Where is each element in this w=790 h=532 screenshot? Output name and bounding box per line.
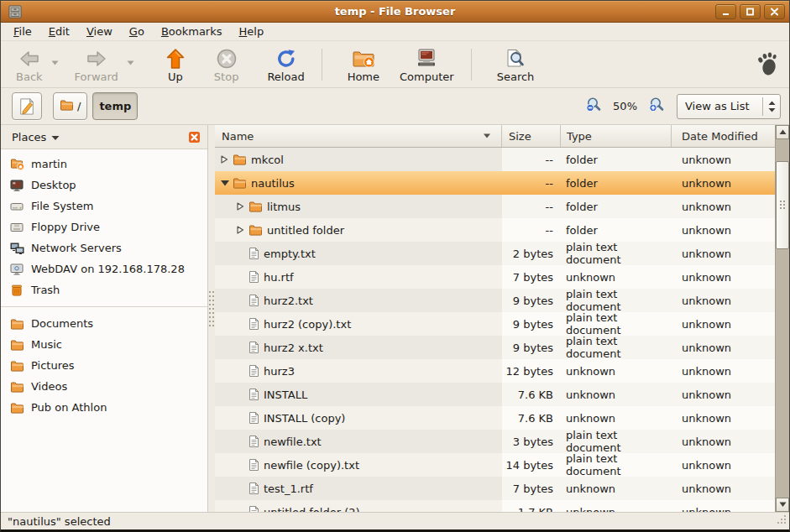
close-button[interactable] [764,4,785,19]
file-row-untitled-folder[interactable]: untitled folder--folderunknown [215,218,775,242]
back-dropdown-button[interactable] [50,44,61,81]
sidebar-close-button[interactable] [188,131,201,143]
file-size: 1.7 KB [502,500,561,512]
file-type: plain text document [561,430,672,453]
splitter-grip-icon [209,291,214,332]
toolbar-separator [471,49,472,81]
file-icon [249,505,259,512]
file-size: -- [502,218,561,242]
menu-view[interactable]: View [78,23,121,39]
expander-collapsed-icon[interactable] [220,154,231,164]
file-row-hu-rtf[interactable]: hu.rtf7 bytesunknownunknown [215,265,775,289]
file-row-newfile-txt[interactable]: newfile.txt3 bytesplain text documentunk… [215,430,775,453]
places-dropdown-arrow-icon[interactable] [51,131,60,143]
file-name: hurz3 [264,365,295,378]
toggle-location-entry-button[interactable] [12,92,42,120]
file-row-hurz2-x-txt[interactable]: hurz2 x.txt9 bytesplain text documentunk… [215,336,775,359]
file-row-install-copy[interactable]: INSTALL (copy)7.6 KBunknownunknown [215,406,775,430]
menu-help[interactable]: Help [231,23,273,39]
sidebar-item-network-servers[interactable]: Network Servers [1,237,207,258]
column-header-name[interactable]: Name [215,125,502,147]
up-icon [165,47,186,70]
file-size: 7 bytes [502,265,561,289]
file-row-mkcol[interactable]: mkcol--folderunknown [215,148,775,171]
view-as-select[interactable]: View as List [677,94,781,119]
column-header-label: Name [222,130,254,143]
zoom-out-button[interactable] [585,96,602,116]
zoom-in-button[interactable] [648,96,665,116]
file-row-hurz2-txt[interactable]: hurz2.txt9 bytesplain text documentunkno… [215,289,775,312]
sidebar-item-desktop[interactable]: Desktop [1,175,207,196]
file-row-test-1-rtf[interactable]: test_1.rtf7 bytesunknownunknown [215,477,775,500]
file-row-newfile-copy-txt[interactable]: newfile (copy).txt14 bytesplain text doc… [215,453,775,477]
trash-icon [9,284,24,296]
path-button-temp[interactable]: temp [92,92,138,120]
pane-splitter[interactable] [208,125,215,512]
back-button[interactable]: Back [9,44,50,84]
file-row-nautilus[interactable]: nautilus--folderunknown [215,171,775,195]
home-button[interactable]: Home [341,44,386,84]
sidebar-item-pictures[interactable]: Pictures [1,355,207,376]
sidebar-item-floppy-drive[interactable]: Floppy Drive [1,216,207,237]
vertical-scrollbar[interactable] [775,125,789,512]
menu-edit[interactable]: Edit [40,23,78,39]
stop-label: Stop [214,70,239,83]
sidebar-item-trash[interactable]: Trash [1,279,207,300]
column-header-date-modified[interactable]: Date Modified [672,125,775,147]
scroll-down-button[interactable] [776,498,789,512]
scrollbar-thumb[interactable] [776,161,789,249]
places-dropdown[interactable]: Places [12,131,46,143]
file-name: untitled folder (2) [264,506,360,513]
file-size: 2 bytes [502,242,561,265]
reload-button[interactable]: Reload [260,44,311,84]
sidebar-item-pub-on-athlon[interactable]: Pub on Athlon [1,397,207,418]
places-sidebar: Places martinDesktopFile SystemFloppy Dr… [1,125,208,512]
computer-button[interactable]: Computer [393,44,461,84]
expander-collapsed-icon[interactable] [236,225,247,235]
file-name: test_1.rtf [264,482,313,495]
file-row-install[interactable]: INSTALL7.6 KBunknownunknown [215,383,775,406]
path-button-root[interactable]: / [53,92,87,120]
expander-collapsed-icon[interactable] [236,201,247,211]
file-type: unknown [561,359,672,383]
sidebar-item-martin[interactable]: martin [1,154,207,175]
resize-grip-icon[interactable] [776,514,787,528]
expander-expanded-icon[interactable] [220,179,231,187]
file-icon [249,270,259,284]
sidebar-item-music[interactable]: Music [1,334,207,355]
menu-bookmarks[interactable]: Bookmarks [153,23,231,39]
file-icon [249,341,259,354]
forward-button[interactable]: Forward [68,44,125,84]
sidebar-item-videos[interactable]: Videos [1,376,207,397]
file-size: -- [502,171,561,195]
sidebar-item-label: martin [31,158,67,170]
file-row-litmus[interactable]: litmus--folderunknown [215,195,775,218]
maximize-button[interactable] [740,4,761,19]
forward-dropdown-button[interactable] [125,44,137,81]
menu-go[interactable]: Go [121,23,153,39]
sidebar-item-webdav-on-192-168-178-28[interactable]: WebDAV on 192.168.178.28 [1,258,207,279]
file-row-empty-txt[interactable]: empty.txt2 bytesplain text documentunkno… [215,242,775,265]
file-name: INSTALL [264,389,307,401]
file-row-untitled-folder-2[interactable]: untitled folder (2)1.7 KBunknownunknown [215,500,775,512]
file-date: unknown [672,265,775,289]
column-header-type[interactable]: Type [561,125,672,147]
column-header-size[interactable]: Size [502,125,561,147]
file-size: 3 bytes [502,430,561,453]
file-list-area: NameSizeTypeDate Modified mkcol--folderu… [215,125,789,512]
file-row-hurz2-copy-txt[interactable]: hurz2 (copy).txt9 bytesplain text docume… [215,312,775,336]
sidebar-item-documents[interactable]: Documents [1,313,207,334]
search-button[interactable]: Search [490,44,541,84]
file-type: unknown [561,477,672,500]
up-button[interactable]: Up [159,44,192,84]
scroll-up-button[interactable] [776,125,789,139]
stop-button[interactable]: Stop [207,44,246,84]
file-row-hurz3[interactable]: hurz312 bytesunknownunknown [215,359,775,383]
menu-file[interactable]: File [5,23,40,39]
minimize-button[interactable] [715,4,736,19]
sidebar-item-label: Trash [31,284,60,296]
scrollbar-trough[interactable] [776,139,789,498]
sidebar-item-file-system[interactable]: File System [1,196,207,216]
status-text: "nautilus" selected [8,515,111,528]
folder-icon [9,318,24,330]
